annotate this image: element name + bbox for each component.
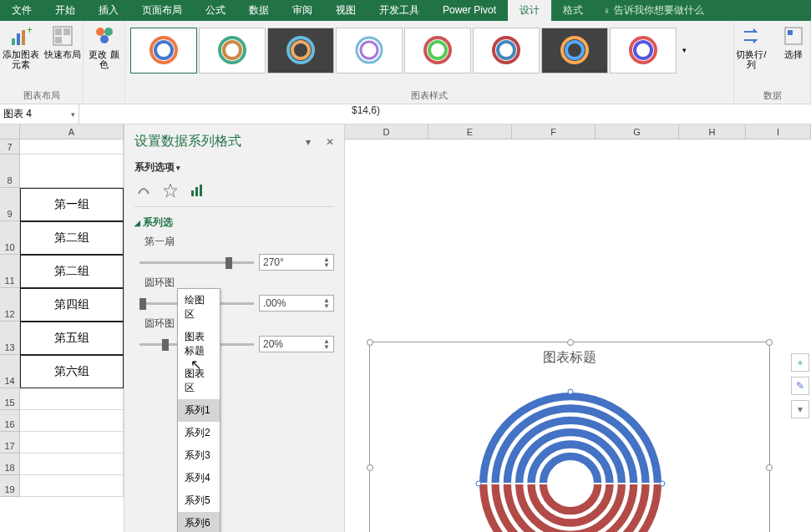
chart-style-6[interactable] — [473, 28, 540, 73]
chart-style-4[interactable] — [336, 28, 403, 73]
pane-menu-button[interactable]: ▾ — [306, 136, 311, 148]
series-options-icon[interactable] — [188, 181, 206, 200]
chart-style-8[interactable] — [610, 28, 677, 73]
change-colors-button[interactable]: 更改 颜色 — [86, 24, 123, 69]
col-header-D[interactable]: D — [345, 124, 428, 139]
row-header-11[interactable]: 11 — [0, 255, 20, 288]
chart-style-5[interactable] — [404, 28, 471, 73]
dropdown-item-series6[interactable]: 系列6 — [178, 512, 220, 532]
dropdown-item-chartarea[interactable]: 图表区 — [178, 362, 220, 399]
tab-format[interactable]: 格式 — [551, 0, 595, 21]
doughnut-chart[interactable] — [370, 367, 771, 532]
worksheet[interactable]: A D E F G H I 7 8 9第一组 10第二组 11第二组 12第四组… — [0, 124, 811, 532]
select-all-corner[interactable] — [0, 124, 20, 139]
row-header-16[interactable]: 16 — [0, 410, 20, 432]
fill-line-icon[interactable] — [134, 181, 153, 200]
row-header-17[interactable]: 17 — [0, 432, 20, 453]
group-chart-styles: ▾ 图表样式 — [125, 21, 734, 104]
tab-formulas[interactable]: 公式 — [194, 0, 237, 21]
doughnut-hole-spinner[interactable]: 20%▲▼ — [259, 336, 334, 352]
chart-style-7[interactable] — [541, 28, 608, 73]
cell-A16[interactable] — [20, 410, 124, 432]
cell-A9[interactable]: 第一组 — [20, 188, 124, 221]
tab-developer[interactable]: 开发工具 — [367, 0, 431, 21]
row-header-12[interactable]: 12 — [0, 288, 20, 322]
dropdown-item-series5[interactable]: 系列5 — [178, 489, 220, 512]
dropdown-item-series2[interactable]: 系列2 — [178, 422, 220, 444]
select-label: 选择 — [784, 49, 803, 59]
chart-style-gallery: ▾ — [130, 24, 690, 76]
name-box[interactable]: 图表 4 ▾ — [0, 104, 79, 124]
group-label-styles: 图表样式 — [411, 89, 448, 102]
dropdown-item-charttitle[interactable]: 图表标题 — [178, 326, 220, 362]
svg-point-20 — [429, 42, 446, 58]
change-colors-label: 更改 颜色 — [86, 49, 123, 69]
cell-A10[interactable]: 第二组 — [20, 221, 124, 255]
tab-pagelayout[interactable]: 页面布局 — [130, 0, 194, 21]
col-header-E[interactable]: E — [428, 124, 512, 139]
row-header-19[interactable]: 19 — [0, 475, 20, 497]
chart-title[interactable]: 图表标题 — [370, 349, 769, 367]
switch-row-col-button[interactable]: 切换行/列 — [733, 24, 770, 69]
cell-A17[interactable] — [20, 432, 124, 453]
chart-styles-button[interactable]: ✎ — [791, 377, 809, 395]
cell-A12[interactable]: 第四组 — [20, 288, 124, 322]
row-header-18[interactable]: 18 — [0, 453, 20, 475]
tab-insert[interactable]: 插入 — [87, 0, 130, 21]
row-header-8[interactable]: 8 — [0, 155, 20, 188]
row-header-15[interactable]: 15 — [0, 388, 20, 410]
select-data-button[interactable]: 选择 — [775, 24, 812, 59]
col-header-A[interactable]: A — [20, 124, 124, 139]
cell-A14[interactable]: 第六组 — [20, 355, 124, 388]
dropdown-item-series1[interactable]: 系列1 — [178, 399, 220, 422]
col-header-H[interactable]: H — [679, 124, 746, 139]
svg-rect-0 — [12, 38, 15, 45]
first-slice-spinner[interactable]: 270°▲▼ — [259, 254, 334, 271]
quick-layout-button[interactable]: 快速布局 — [44, 24, 81, 59]
tab-powerpivot[interactable]: Power Pivot — [431, 0, 508, 21]
chart-side-tools: ＋ ✎ ▾ — [791, 353, 809, 418]
chart-elements-button[interactable]: ＋ — [791, 353, 809, 372]
tab-home[interactable]: 开始 — [43, 0, 87, 21]
chart-filters-button[interactable]: ▾ — [791, 400, 809, 418]
cell-A8[interactable] — [20, 155, 124, 188]
first-slice-slider[interactable] — [139, 261, 254, 264]
chart-style-2[interactable] — [199, 28, 266, 73]
tab-view[interactable]: 视图 — [324, 0, 367, 21]
pane-close-button[interactable]: ✕ — [326, 136, 334, 148]
row-header-14[interactable]: 14 — [0, 355, 20, 388]
tab-design[interactable]: 设计 — [508, 0, 551, 21]
dropdown-item-series3[interactable]: 系列3 — [178, 444, 220, 467]
doughnut-explosion-value: .00% — [263, 297, 286, 309]
cell-A11[interactable]: 第二组 — [20, 255, 124, 288]
cell-A7[interactable] — [20, 139, 124, 155]
cell-A15[interactable] — [20, 388, 124, 410]
col-header-F[interactable]: F — [512, 124, 596, 139]
tab-review[interactable]: 审阅 — [281, 0, 324, 21]
cell-A13[interactable]: 第五组 — [20, 322, 124, 355]
dropdown-item-series4[interactable]: 系列4 — [178, 467, 220, 489]
group-chart-layout: + 添加图表 元素 快速布局 图表布局 — [0, 21, 84, 104]
chart-object[interactable]: 图表标题 — [369, 342, 770, 532]
col-header-G[interactable]: G — [596, 124, 679, 139]
doughnut-explosion-spinner[interactable]: .00%▲▼ — [259, 295, 334, 312]
row-header-10[interactable]: 10 — [0, 221, 20, 255]
cell-A18[interactable] — [20, 453, 124, 475]
row-header-7[interactable]: 7 — [0, 139, 20, 155]
effects-icon[interactable] — [161, 181, 180, 200]
tell-me-search[interactable]: ♀ 告诉我你想要做什么 — [595, 3, 704, 18]
cell-A19[interactable] — [20, 475, 124, 497]
add-chart-element-button[interactable]: + 添加图表 元素 — [3, 24, 39, 69]
series-section-header[interactable]: 系列选 — [134, 215, 334, 230]
tab-data[interactable]: 数据 — [237, 0, 281, 21]
chart-style-3[interactable] — [267, 28, 334, 73]
row-header-13[interactable]: 13 — [0, 322, 20, 355]
gallery-more-button[interactable]: ▾ — [678, 46, 690, 54]
tab-file[interactable]: 文件 — [0, 0, 43, 21]
chart-style-1[interactable] — [130, 28, 197, 73]
col-header-I[interactable]: I — [746, 124, 811, 139]
series-options-dropdown[interactable]: 系列选项▾ — [134, 160, 334, 175]
row-header-9[interactable]: 9 — [0, 188, 20, 221]
dropdown-item-plotarea[interactable]: 绘图区 — [178, 289, 220, 326]
svg-rect-31 — [195, 187, 198, 196]
